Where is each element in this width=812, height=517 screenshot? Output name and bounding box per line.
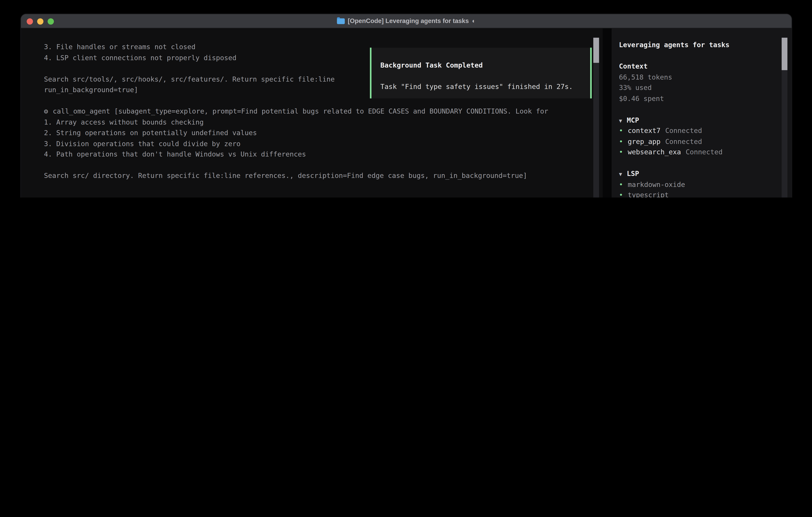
lsp-section-heading[interactable]: ▼LSP [619,168,792,179]
minimize-button[interactable] [37,18,44,24]
maximize-button[interactable] [48,18,54,24]
tool-call-line: ⚙call_omo_agent [subagent_type=explore, … [44,106,603,117]
tool-call-text: call_omo_agent [subagent_type=explore, p… [53,107,548,115]
background-task-toast[interactable]: Background Task Completed Task "Find typ… [370,48,591,98]
sidebar-panel: Leveraging agents for tasks Context 66,5… [612,28,792,197]
mcp-item: •websearch_exaConnected [619,147,792,158]
close-button[interactable] [27,18,33,24]
status-bullet-icon: • [619,180,623,188]
terminal-line: 1. Array access without bounds checking [44,117,603,128]
terminal-line: 4. Path operations that don't handle Win… [44,149,603,160]
status-bullet-icon: • [619,191,623,197]
opencode-window: [OpenCode] Leveraging agents for tasks ◐… [21,14,792,197]
collapse-icon[interactable]: ▼ [619,117,622,124]
mcp-item: •grep_appConnected [619,136,792,147]
folder-icon [337,18,345,24]
context-heading: Context [619,61,792,72]
sidebar-scrollbar-track[interactable] [782,38,787,197]
traffic-lights [27,14,54,28]
session-title: Leveraging agents for tasks [619,40,792,51]
mcp-section-heading[interactable]: ▼MCP [619,115,792,126]
collapse-icon[interactable]: ▼ [619,171,622,177]
window-titlebar[interactable]: [OpenCode] Leveraging agents for tasks ◐ [21,14,792,28]
terminal-line: Search src/ directory. Return specific f… [44,171,603,182]
window-title-text: [OpenCode] Leveraging agents for tasks [348,17,469,25]
window-title: [OpenCode] Leveraging agents for tasks ◐ [337,17,476,25]
context-tokens: 66,518 tokens [619,72,792,83]
terminal-line: 3. Division operations that could divide… [44,139,603,149]
lsp-item: •typescript [619,190,792,197]
main-panel: 3. File handles or streams not closed 4.… [21,28,603,197]
context-used: 33% used [619,83,792,93]
terminal-line: 2. String operations on potentially unde… [44,128,603,139]
session-indicator-icon: ◐ [472,17,476,25]
gear-icon: ⚙ [44,107,48,115]
status-bullet-icon: • [619,137,623,145]
window-content: 3. File handles or streams not closed 4.… [21,28,792,197]
status-bullet-icon: • [619,148,623,156]
main-scrollbar-thumb-top[interactable] [593,38,599,63]
desktop: [OpenCode] Leveraging agents for tasks ◐… [0,0,812,197]
sidebar-scrollbar-thumb[interactable] [782,38,787,70]
toast-title: Background Task Completed [380,60,590,71]
lsp-item: •markdown-oxide [619,179,792,190]
main-scrollbar-track[interactable] [593,38,599,197]
mcp-item: •context7Connected [619,126,792,136]
status-bullet-icon: • [619,127,623,135]
toast-body: Task "Find type safety issues" finished … [380,82,590,92]
context-spent: $0.46 spent [619,93,792,104]
